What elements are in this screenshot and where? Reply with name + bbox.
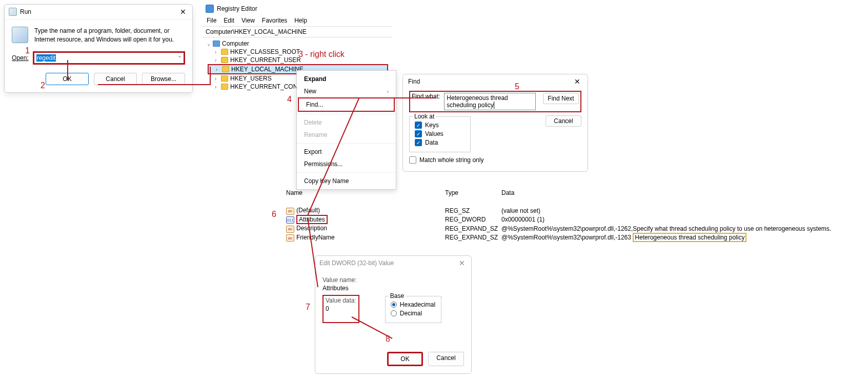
value-data-box: Value data: 0 [322,295,359,323]
string-value-icon: ab [286,234,294,242]
value-name-label: Value name: [322,276,464,284]
find-buttons: Cancel [546,115,581,152]
radio-empty-icon [391,310,397,316]
friendlyname-highlight: Heterogeneous thread scheduling policy [633,233,746,242]
values-panel: Name Type Data ab(Default) REG_SZ (value… [286,187,865,242]
run-titlebar: Run ✕ [5,5,192,19]
dword-value-icon: 011 [286,216,294,224]
folder-icon [221,84,228,90]
data-checkbox-row[interactable]: ✓Data [415,139,465,146]
edit-body: Value name: Attributes Value data: 0 Bas… [315,270,471,373]
browse-button[interactable]: Browse... [142,73,185,85]
find-cancel-button[interactable]: Cancel [546,115,581,127]
annotation-7: 7 [306,303,310,312]
computer-icon [213,41,220,47]
keys-checkbox-row[interactable]: ✓Keys [415,122,465,129]
ctx-permissions[interactable]: Permissions... [297,158,396,170]
ok-button[interactable]: OK [46,73,89,85]
checkbox-checked-icon: ✓ [415,122,422,129]
whole-string-checkbox-row[interactable]: Match whole string only [409,156,581,164]
string-value-icon: ab [286,226,294,233]
edit-ok-button[interactable]: OK [387,352,423,366]
regedit-titlebar: Registry Editor [203,3,392,15]
run-body: Type the name of a program, folder, docu… [5,19,192,92]
find-dialog: Find ✕ Find what: Heterogeneous thread s… [402,74,588,172]
edit-cancel-button[interactable]: Cancel [428,352,464,366]
ctx-copy-key-name[interactable]: Copy Key Name [297,175,396,187]
run-big-icon [12,27,28,43]
col-data-header[interactable]: Data [501,187,865,199]
edit-dword-dialog: Edit DWORD (32-bit) Value ✕ Value name: … [315,255,472,374]
value-row-default[interactable]: ab(Default) REG_SZ (value not set) [286,206,865,215]
run-description: Type the name of a program, folder, docu… [34,27,185,44]
annotation-6: 6 [272,210,276,219]
folder-icon [221,49,228,55]
ctx-expand[interactable]: Expand [297,73,396,85]
find-titlebar: Find ✕ [403,74,588,89]
checkbox-checked-icon: ✓ [415,130,422,137]
run-description-row: Type the name of a program, folder, docu… [12,27,185,44]
value-row-friendlyname[interactable]: abFriendlyName REG_EXPAND_SZ @%SystemRoo… [286,233,865,243]
look-at-group: Look at ✓Keys ✓Values ✓Data [409,116,471,152]
edit-titlebar: Edit DWORD (32-bit) Value ✕ [315,256,471,270]
annotation-4: 4 [287,95,292,104]
annotation-5: 5 [515,82,519,91]
find-what-input[interactable]: Heterogeneous thread scheduling policy [444,93,536,110]
menu-help[interactable]: Help [294,17,307,24]
close-icon[interactable]: ✕ [572,77,582,86]
find-what-label: Find what: [412,93,440,100]
edit-row: Value data: 0 Base Hexadecimal Decimal [322,295,464,323]
col-type-header[interactable]: Type [445,187,501,199]
cancel-button[interactable]: Cancel [94,73,137,85]
regedit-pathbar[interactable]: Computer\HKEY_LOCAL_MACHINE [203,26,392,37]
hex-radio-row[interactable]: Hexadecimal [391,301,436,308]
edit-title: Edit DWORD (32-bit) Value [319,259,394,267]
find-what-row-box: Find what: Heterogeneous thread scheduli… [409,91,581,112]
string-value-icon: ab [286,208,294,215]
value-data-label: Value data: [326,297,356,304]
ctx-rename: Rename [297,129,396,141]
tree-computer[interactable]: ⌄Computer [207,39,388,48]
regedit-title: Registry Editor [217,5,257,12]
ctx-separator [297,114,396,114]
col-name-header[interactable]: Name [286,187,445,199]
find-next-button[interactable]: Find Next [543,93,579,104]
menu-file[interactable]: File [207,17,216,24]
ctx-new[interactable]: New› [297,85,396,97]
run-buttons: OK Cancel Browse... [12,73,185,85]
menu-favorites[interactable]: Favorites [262,17,287,24]
context-menu: Expand New› Find... Delete Rename Export… [296,70,396,190]
close-icon[interactable]: ✕ [457,259,467,267]
menu-view[interactable]: View [241,17,255,24]
checkbox-checked-icon: ✓ [415,139,422,146]
value-row-attributes[interactable]: 011Attributes REG_DWORD 0x00000001 (1) [286,215,865,225]
run-input-row: Open: regedit [12,51,185,65]
open-combo-wrap: regedit [33,51,185,65]
ctx-find[interactable]: Find... [298,97,395,112]
tree-hkcu[interactable]: ›HKEY_CURRENT_USER [207,56,388,64]
value-row-description[interactable]: abDescription REG_EXPAND_SZ @%SystemRoot… [286,224,865,233]
value-data-value[interactable]: 0 [326,304,356,313]
open-input[interactable]: regedit [33,51,185,65]
checkbox-empty-icon [409,156,416,164]
tree-hkcr[interactable]: ›HKEY_CLASSES_ROOT [207,48,388,56]
menu-edit[interactable]: Edit [224,17,234,24]
ctx-separator [297,172,396,173]
base-legend: Base [389,292,406,299]
run-app-icon [9,8,17,16]
annotation-2: 2 [41,81,45,90]
annotation-3: 3 - right click [298,50,345,59]
ctx-separator [297,143,396,144]
run-dialog: Run ✕ Type the name of a program, folder… [4,4,193,93]
base-group: Base Hexadecimal Decimal [385,296,441,323]
dec-radio-row[interactable]: Decimal [391,310,436,317]
find-body: Find what: Heterogeneous thread scheduli… [403,89,588,171]
chevron-right-icon: › [387,89,389,94]
edit-buttons: OK Cancel [322,352,464,366]
folder-icon [222,66,229,72]
ctx-delete: Delete [297,116,396,129]
close-icon[interactable]: ✕ [178,8,188,16]
values-checkbox-row[interactable]: ✓Values [415,130,465,137]
run-title: Run [20,8,31,15]
ctx-export[interactable]: Export [297,146,396,158]
